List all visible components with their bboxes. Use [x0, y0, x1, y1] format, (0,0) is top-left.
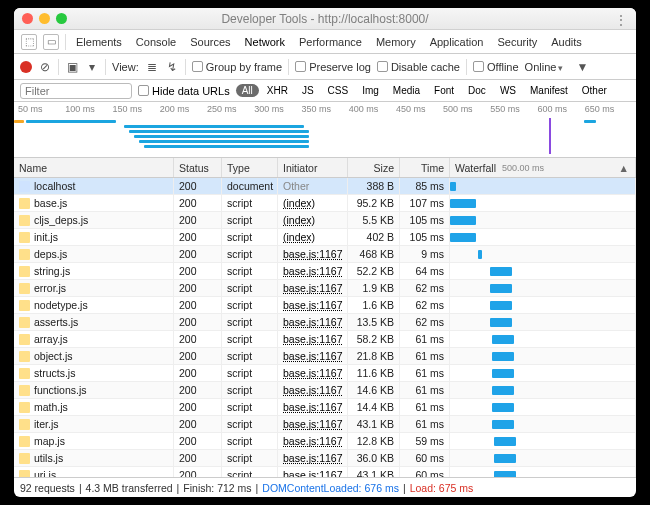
request-row[interactable]: object.js200scriptbase.js:116721.8 KB61 … — [14, 348, 636, 365]
filter-type-manifest[interactable]: Manifest — [524, 84, 574, 97]
request-initiator[interactable]: (index) — [283, 214, 315, 226]
filter-icon[interactable]: ▾ — [85, 60, 99, 74]
filter-type-js[interactable]: JS — [296, 84, 320, 97]
tab-console[interactable]: Console — [129, 36, 183, 48]
tab-network[interactable]: Network — [238, 36, 292, 48]
large-rows-icon[interactable]: ≣ — [145, 60, 159, 74]
col-size[interactable]: Size — [348, 158, 400, 177]
col-time[interactable]: Time — [400, 158, 450, 177]
filter-type-other[interactable]: Other — [576, 84, 613, 97]
request-initiator[interactable]: base.js:1167 — [283, 333, 343, 345]
sort-arrow-icon: ▲ — [619, 162, 629, 174]
tab-application[interactable]: Application — [423, 36, 491, 48]
request-list[interactable]: localhost200documentOther388 B85 msbase.… — [14, 178, 636, 477]
request-initiator[interactable]: base.js:1167 — [283, 418, 343, 430]
maximize-icon[interactable] — [56, 13, 67, 24]
request-row[interactable]: string.js200scriptbase.js:116752.2 KB64 … — [14, 263, 636, 280]
request-status: 200 — [174, 450, 222, 466]
request-size: 14.6 KB — [348, 382, 400, 398]
filter-type-font[interactable]: Font — [428, 84, 460, 97]
filter-type-doc[interactable]: Doc — [462, 84, 492, 97]
group-by-frame-checkbox[interactable]: Group by frame — [192, 61, 282, 73]
network-conditions-icon[interactable]: ▼ — [575, 60, 589, 74]
col-type[interactable]: Type — [222, 158, 278, 177]
request-initiator[interactable]: base.js:1167 — [283, 350, 343, 362]
request-row[interactable]: base.js200script(index)95.2 KB107 ms — [14, 195, 636, 212]
request-size: 11.6 KB — [348, 365, 400, 381]
request-row[interactable]: map.js200scriptbase.js:116712.8 KB59 ms — [14, 433, 636, 450]
capture-icon[interactable]: ▣ — [65, 60, 79, 74]
minimize-icon[interactable] — [39, 13, 50, 24]
filter-type-xhr[interactable]: XHR — [261, 84, 294, 97]
throttling-select[interactable]: Online▾ — [525, 61, 564, 73]
inspect-icon[interactable]: ⬚ — [21, 34, 37, 50]
kebab-menu-icon[interactable]: ⋮ — [614, 12, 628, 28]
disable-cache-checkbox[interactable]: Disable cache — [377, 61, 460, 73]
request-time: 61 ms — [400, 365, 450, 381]
request-initiator[interactable]: base.js:1167 — [283, 367, 343, 379]
request-initiator[interactable]: (index) — [283, 197, 315, 209]
request-row[interactable]: deps.js200scriptbase.js:1167468 KB9 ms — [14, 246, 636, 263]
device-icon[interactable]: ▭ — [43, 34, 59, 50]
request-row[interactable]: init.js200script(index)402 B105 ms — [14, 229, 636, 246]
request-row[interactable]: functions.js200scriptbase.js:116714.6 KB… — [14, 382, 636, 399]
request-size: 1.6 KB — [348, 297, 400, 313]
request-type: script — [222, 399, 278, 415]
request-row[interactable]: uri.js200scriptbase.js:116743.1 KB60 ms — [14, 467, 636, 477]
offline-checkbox[interactable]: Offline — [473, 61, 519, 73]
filter-type-css[interactable]: CSS — [322, 84, 355, 97]
request-initiator[interactable]: base.js:1167 — [283, 316, 343, 328]
request-initiator[interactable]: base.js:1167 — [283, 452, 343, 464]
request-row[interactable]: utils.js200scriptbase.js:116736.0 KB60 m… — [14, 450, 636, 467]
request-row[interactable]: iter.js200scriptbase.js:116743.1 KB61 ms — [14, 416, 636, 433]
tab-audits[interactable]: Audits — [544, 36, 589, 48]
tab-sources[interactable]: Sources — [183, 36, 237, 48]
request-waterfall — [450, 433, 636, 449]
timeline-overview[interactable]: 50 ms100 ms150 ms200 ms250 ms300 ms350 m… — [14, 102, 636, 158]
filter-type-all[interactable]: All — [236, 84, 259, 97]
request-initiator[interactable]: base.js:1167 — [283, 299, 343, 311]
request-initiator[interactable]: base.js:1167 — [283, 435, 343, 447]
record-icon[interactable] — [20, 61, 32, 73]
col-status[interactable]: Status — [174, 158, 222, 177]
request-row[interactable]: cljs_deps.js200script(index)5.5 KB105 ms — [14, 212, 636, 229]
status-bar: 92 requests| 4.3 MB transferred| Finish:… — [14, 477, 636, 497]
request-row[interactable]: localhost200documentOther388 B85 ms — [14, 178, 636, 195]
request-initiator[interactable]: base.js:1167 — [283, 469, 343, 477]
request-status: 200 — [174, 178, 222, 194]
request-initiator[interactable]: base.js:1167 — [283, 282, 343, 294]
request-waterfall — [450, 382, 636, 398]
tab-memory[interactable]: Memory — [369, 36, 423, 48]
filter-input[interactable]: Filter — [20, 83, 132, 99]
request-type: document — [222, 178, 278, 194]
request-row[interactable]: error.js200scriptbase.js:11671.9 KB62 ms — [14, 280, 636, 297]
preserve-log-checkbox[interactable]: Preserve log — [295, 61, 371, 73]
request-row[interactable]: asserts.js200scriptbase.js:116713.5 KB62… — [14, 314, 636, 331]
clear-icon[interactable]: ⊘ — [38, 60, 52, 74]
tab-security[interactable]: Security — [490, 36, 544, 48]
request-initiator[interactable]: (index) — [283, 231, 315, 243]
overview-icon[interactable]: ↯ — [165, 60, 179, 74]
tab-elements[interactable]: Elements — [69, 36, 129, 48]
request-initiator[interactable]: base.js:1167 — [283, 248, 343, 260]
request-waterfall — [450, 246, 636, 262]
close-icon[interactable] — [22, 13, 33, 24]
request-row[interactable]: nodetype.js200scriptbase.js:11671.6 KB62… — [14, 297, 636, 314]
col-waterfall[interactable]: Waterfall500.00 ms▲ — [450, 158, 636, 177]
request-row[interactable]: math.js200scriptbase.js:116714.4 KB61 ms — [14, 399, 636, 416]
request-status: 200 — [174, 280, 222, 296]
request-row[interactable]: structs.js200scriptbase.js:116711.6 KB61… — [14, 365, 636, 382]
request-initiator[interactable]: base.js:1167 — [283, 401, 343, 413]
filter-type-media[interactable]: Media — [387, 84, 426, 97]
col-name[interactable]: Name — [14, 158, 174, 177]
request-initiator[interactable]: base.js:1167 — [283, 384, 343, 396]
filter-type-ws[interactable]: WS — [494, 84, 522, 97]
filter-type-img[interactable]: Img — [356, 84, 385, 97]
tab-performance[interactable]: Performance — [292, 36, 369, 48]
col-initiator[interactable]: Initiator — [278, 158, 348, 177]
request-row[interactable]: array.js200scriptbase.js:116758.2 KB61 m… — [14, 331, 636, 348]
hide-data-urls-checkbox[interactable]: Hide data URLs — [138, 85, 230, 97]
request-initiator[interactable]: base.js:1167 — [283, 265, 343, 277]
file-icon — [19, 334, 30, 345]
request-waterfall — [450, 399, 636, 415]
